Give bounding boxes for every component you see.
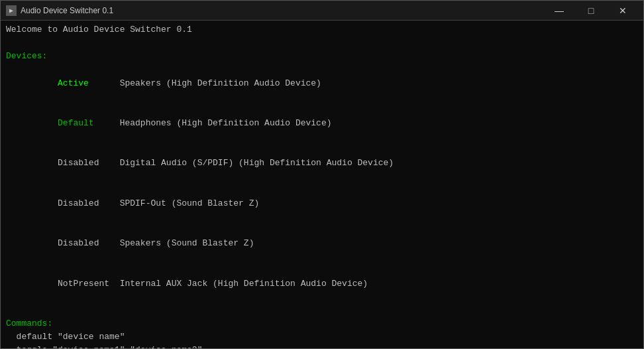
device-status-3: Disabled <box>47 198 119 208</box>
maximize-button[interactable]: □ <box>576 1 606 21</box>
device-row-4: Disabled Speakers (Sound Blaster Z) <box>6 224 638 263</box>
title-bar: ▶ Audio Device Switcher 0.1 — □ ✕ <box>1 1 643 21</box>
window: ▶ Audio Device Switcher 0.1 — □ ✕ Welcom… <box>0 0 644 349</box>
device-name-0: Speakers (High Definition Audio Device) <box>120 78 321 88</box>
device-name-1: Headphones (High Definition Audio Device… <box>120 118 332 128</box>
console-area: Welcome to Audio Device Switcher 0.1 Dev… <box>1 21 643 348</box>
devices-list: Active Speakers (High Definition Audio D… <box>6 63 638 304</box>
device-status-4: Disabled <box>47 238 119 248</box>
device-status-2: Disabled <box>47 158 119 168</box>
device-row-5: NotPresent Internal AUX Jack (High Defin… <box>6 264 638 304</box>
device-status-1: Default <box>47 118 119 128</box>
device-status-5: NotPresent <box>47 279 119 289</box>
device-name-4: Speakers (Sound Blaster Z) <box>120 238 254 248</box>
device-row-3: Disabled SPDIF-Out (Sound Blaster Z) <box>6 184 638 224</box>
minimize-button[interactable]: — <box>544 1 574 21</box>
command-0: default "device name" <box>6 330 638 344</box>
device-name-2: Digital Audio (S/PDIF) (High Definition … <box>120 158 394 168</box>
close-button[interactable]: ✕ <box>608 1 638 21</box>
device-name-5: Internal AUX Jack (High Definition Audio… <box>120 279 368 289</box>
device-name-3: SPDIF-Out (Sound Blaster Z) <box>120 198 260 208</box>
device-row-2: Disabled Digital Audio (S/PDIF) (High De… <box>6 143 638 183</box>
window-controls: — □ ✕ <box>544 1 638 21</box>
window-title: Audio Device Switcher 0.1 <box>21 6 544 15</box>
device-status-0: Active <box>47 78 119 88</box>
app-icon: ▶ <box>6 5 17 16</box>
device-row-1: Default Headphones (High Definition Audi… <box>6 104 638 143</box>
welcome-line: Welcome to Audio Device Switcher 0.1 <box>6 23 638 36</box>
command-1: toggle "device name1" "device name2" <box>6 344 638 348</box>
commands-label: Commands: <box>6 317 638 330</box>
devices-label: Devices: <box>6 50 638 63</box>
device-row-0: Active Speakers (High Definition Audio D… <box>6 63 638 103</box>
